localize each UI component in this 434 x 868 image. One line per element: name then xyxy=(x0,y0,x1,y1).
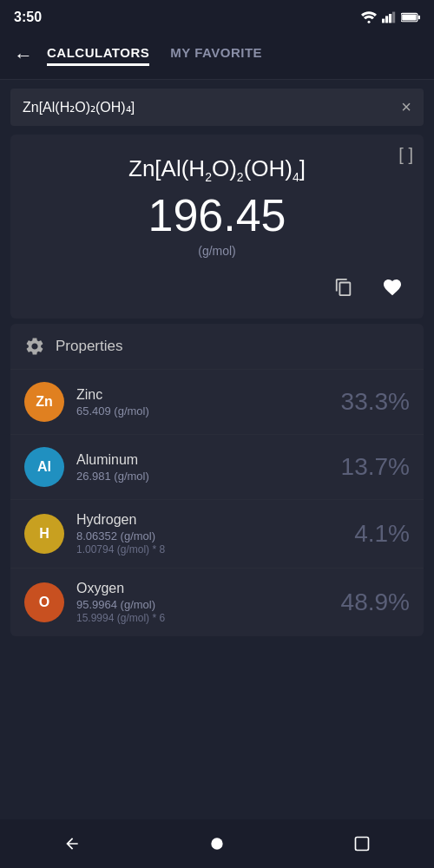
card-actions xyxy=(24,270,410,305)
element-mass: 95.9964 (g/mol) xyxy=(76,598,341,611)
properties-title: Properties xyxy=(56,338,122,355)
copy-button[interactable] xyxy=(326,270,361,305)
status-bar: 3:50 xyxy=(0,0,434,31)
svg-rect-1 xyxy=(382,19,385,23)
element-list: Zn Zinc 65.409 (g/mol) 33.3% Al Aluminum… xyxy=(10,369,424,636)
svg-point-8 xyxy=(211,838,222,849)
element-info: Oxygen 95.9964 (g/mol) 15.9994 (g/mol) *… xyxy=(76,581,341,624)
element-detail: 1.00794 (g/mol) * 8 xyxy=(76,543,354,556)
status-icons xyxy=(361,11,420,23)
svg-rect-9 xyxy=(355,838,368,851)
home-nav-button[interactable] xyxy=(200,826,234,861)
top-nav: ← CALCULATORS MY FAVORITE xyxy=(0,31,434,80)
search-bar[interactable]: Zn[Al(H₂O)₂(OH)₄] × xyxy=(10,89,424,126)
formula-card: [ ] Zn[Al(H2O)2(OH)4] 196.45 (g/mol) xyxy=(10,135,424,319)
element-name: Zinc xyxy=(76,387,341,403)
tab-calculators[interactable]: CALCULATORS xyxy=(47,45,149,66)
svg-rect-2 xyxy=(385,16,388,23)
element-item: O Oxygen 95.9964 (g/mol) 15.9994 (g/mol)… xyxy=(10,568,424,636)
signal-icon xyxy=(382,11,396,23)
element-name: Oxygen xyxy=(76,581,341,596)
element-badge: Al xyxy=(24,447,64,487)
element-info: Hydrogen 8.06352 (g/mol) 1.00794 (g/mol)… xyxy=(76,512,354,556)
molar-mass: 196.45 xyxy=(24,191,410,240)
nav-tabs: CALCULATORS MY FAVORITE xyxy=(47,45,420,66)
wifi-icon xyxy=(361,11,377,23)
element-symbol: Al xyxy=(37,459,51,475)
clear-button[interactable]: × xyxy=(401,97,411,117)
element-percent: 48.9% xyxy=(341,589,410,616)
favorite-button[interactable] xyxy=(375,270,410,305)
element-percent: 33.3% xyxy=(341,388,410,416)
bracket-button[interactable]: [ ] xyxy=(398,145,413,165)
copy-icon xyxy=(334,278,353,297)
svg-rect-7 xyxy=(402,14,417,20)
element-name: Aluminum xyxy=(76,452,341,468)
status-time: 3:50 xyxy=(14,10,42,25)
svg-point-0 xyxy=(368,21,371,23)
recents-nav-icon xyxy=(353,835,371,852)
tab-favorite[interactable]: MY FAVORITE xyxy=(170,45,262,66)
element-detail: 15.9994 (g/mol) * 6 xyxy=(76,612,341,624)
element-info: Aluminum 26.981 (g/mol) xyxy=(76,452,341,483)
element-badge: H xyxy=(24,514,64,554)
back-button[interactable]: ← xyxy=(14,44,33,67)
element-mass: 26.981 (g/mol) xyxy=(76,470,341,483)
back-nav-button[interactable] xyxy=(55,826,89,861)
search-value: Zn[Al(H₂O)₂(OH)₄] xyxy=(23,99,401,115)
element-percent: 13.7% xyxy=(341,453,410,481)
element-badge: O xyxy=(24,582,64,622)
properties-header: Properties xyxy=(10,324,424,369)
svg-rect-3 xyxy=(389,14,391,23)
formula-display: Zn[Al(H2O)2(OH)4] xyxy=(24,155,410,184)
element-symbol: O xyxy=(39,595,49,610)
element-percent: 4.1% xyxy=(354,520,410,548)
element-symbol: Zn xyxy=(36,394,53,410)
home-nav-icon xyxy=(208,835,226,852)
element-item: H Hydrogen 8.06352 (g/mol) 1.00794 (g/mo… xyxy=(10,499,424,568)
element-item: Al Aluminum 26.981 (g/mol) 13.7% xyxy=(10,434,424,499)
gear-icon xyxy=(24,336,45,357)
element-item: Zn Zinc 65.409 (g/mol) 33.3% xyxy=(10,369,424,434)
svg-rect-6 xyxy=(418,16,420,20)
element-mass: 8.06352 (g/mol) xyxy=(76,529,354,542)
battery-icon xyxy=(401,12,420,23)
unit-label: (g/mol) xyxy=(24,244,410,258)
heart-icon xyxy=(382,277,403,298)
element-symbol: H xyxy=(39,526,49,542)
svg-rect-4 xyxy=(392,12,395,23)
element-mass: 65.409 (g/mol) xyxy=(76,404,341,418)
bottom-nav xyxy=(0,819,434,868)
recents-nav-button[interactable] xyxy=(345,826,379,861)
element-badge: Zn xyxy=(24,382,64,422)
back-nav-icon xyxy=(63,835,81,852)
element-name: Hydrogen xyxy=(76,512,354,528)
element-info: Zinc 65.409 (g/mol) xyxy=(76,387,341,418)
